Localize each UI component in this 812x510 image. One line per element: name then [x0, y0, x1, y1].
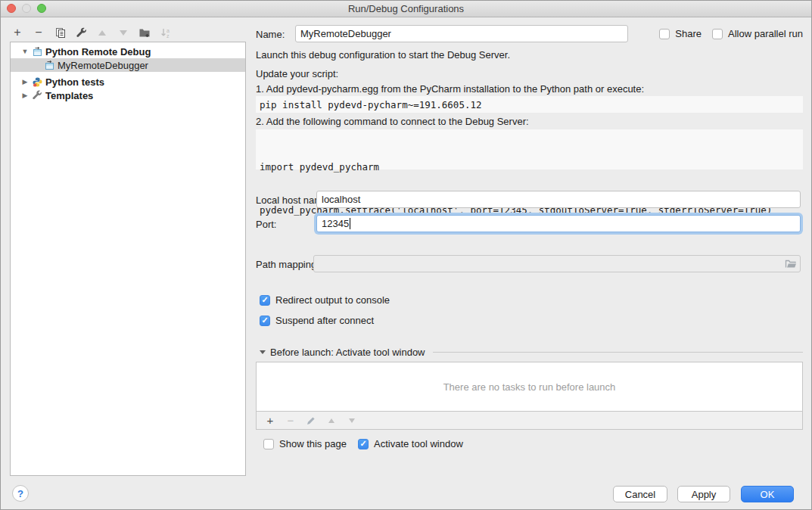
activate-tool-window-checkbox-box[interactable]: ✓	[358, 439, 369, 449]
tree-item-label: Python Remote Debug	[45, 46, 151, 58]
step2-text: 2. Add the following command to connect …	[256, 116, 529, 127]
configurations-tree: ▼ Python Remote Debug MyRemoteDebugger	[10, 42, 246, 476]
redirect-output-checkbox[interactable]: ✓ Redirect output to console	[260, 294, 390, 306]
remove-configuration-button[interactable]: −	[33, 26, 45, 39]
tree-item-label: MyRemoteDebugger	[58, 60, 148, 71]
tree-item-label: Python tests	[45, 76, 104, 88]
svg-text:z: z	[166, 33, 170, 39]
share-checkbox-box[interactable]	[659, 29, 670, 39]
description-text: Launch this debug configuration to start…	[256, 49, 510, 61]
name-input[interactable]	[295, 25, 628, 42]
move-task-up-icon	[325, 415, 338, 427]
redirect-output-label: Redirect output to console	[275, 294, 390, 306]
ok-button[interactable]: OK	[741, 486, 794, 502]
python-icon	[32, 76, 42, 87]
run-config-icon	[32, 46, 42, 57]
suspend-after-connect-label: Suspend after connect	[275, 315, 374, 326]
edit-task-icon	[305, 415, 317, 427]
configuration-form: Name: Share Allow parallel run Launch th…	[256, 1, 803, 510]
tree-item-python-remote-debug[interactable]: ▼ Python Remote Debug	[11, 45, 245, 58]
port-input-wrapper	[316, 215, 801, 232]
settrace-code: import pydevd_pycharm pydevd_pycharm.set…	[256, 129, 803, 169]
activate-tool-window-checkbox[interactable]: ✓ Activate tool window	[358, 438, 463, 449]
browse-folder-icon[interactable]	[785, 259, 797, 269]
before-launch-header[interactable]: Before launch: Activate tool window	[260, 347, 803, 358]
tree-item-label: Templates	[45, 90, 93, 101]
step1-text: 1. Add pydevd-pycharm.egg from the PyCha…	[256, 83, 644, 95]
cancel-button[interactable]: Cancel	[613, 486, 667, 502]
pip-install-code: pip install pydevd-pycharm~=191.6605.12	[256, 96, 803, 113]
move-task-down-icon	[346, 415, 358, 427]
activate-tool-window-label: Activate tool window	[374, 438, 463, 449]
before-launch-task-list[interactable]: There are no tasks to run before launch	[256, 362, 803, 412]
help-button[interactable]: ?	[12, 485, 29, 502]
share-checkbox[interactable]: Share	[659, 28, 702, 39]
update-script-text: Update your script:	[256, 68, 338, 79]
expand-arrow-icon[interactable]: ▶	[21, 92, 29, 99]
move-up-icon	[96, 26, 108, 39]
tree-item-myremotedebugger[interactable]: MyRemoteDebugger	[11, 58, 245, 72]
local-host-name-input[interactable]	[316, 191, 801, 208]
apply-button[interactable]: Apply	[677, 486, 730, 502]
show-this-page-label: Show this page	[279, 438, 347, 449]
collapse-arrow-icon[interactable]: ▼	[21, 48, 29, 55]
tree-item-templates[interactable]: ▶ Templates	[11, 89, 245, 102]
collapse-section-icon[interactable]	[260, 350, 266, 354]
show-this-page-checkbox-box[interactable]	[263, 439, 274, 449]
allow-parallel-run-label: Allow parallel run	[728, 28, 803, 39]
redirect-output-checkbox-box[interactable]: ✓	[260, 295, 270, 306]
name-label: Name:	[256, 29, 285, 40]
configurations-toolbar: + − a z	[11, 23, 172, 42]
port-label: Port:	[256, 219, 276, 230]
suspend-after-connect-checkbox[interactable]: ✓ Suspend after connect	[260, 315, 374, 326]
text-caret	[350, 218, 350, 229]
share-label: Share	[675, 28, 702, 39]
add-task-button[interactable]: +	[264, 415, 276, 427]
no-tasks-text: There are no tasks to run before launch	[443, 381, 616, 393]
section-rule	[433, 352, 803, 353]
show-this-page-checkbox[interactable]: Show this page	[263, 438, 347, 449]
suspend-after-connect-checkbox-box[interactable]: ✓	[260, 316, 270, 326]
svg-text:a: a	[166, 27, 170, 33]
top-checkbox-group: Share Allow parallel run	[659, 28, 803, 39]
copy-configuration-icon[interactable]	[54, 26, 66, 39]
expand-arrow-icon[interactable]: ▶	[21, 78, 29, 86]
move-down-icon	[117, 26, 129, 39]
task-list-toolbar: + −	[256, 412, 803, 430]
before-launch-title: Before launch: Activate tool window	[270, 347, 425, 358]
path-mappings-field[interactable]	[313, 255, 801, 272]
add-configuration-button[interactable]: +	[11, 26, 23, 39]
settrace-code-line1: import pydevd_pycharm	[260, 160, 799, 174]
wrench-icon	[32, 90, 42, 101]
port-input[interactable]	[316, 215, 801, 232]
sort-alphabetically-icon: a z	[160, 26, 172, 39]
tree-item-python-tests[interactable]: ▶ Python tests	[11, 75, 245, 89]
new-folder-icon[interactable]	[138, 26, 151, 39]
edit-templates-icon[interactable]	[75, 26, 87, 39]
allow-parallel-run-checkbox[interactable]: Allow parallel run	[712, 28, 803, 39]
run-config-icon	[44, 60, 54, 70]
run-debug-configurations-dialog: Run/Debug Configurations + −	[0, 0, 812, 510]
allow-parallel-run-checkbox-box[interactable]	[712, 29, 723, 39]
remove-task-button: −	[285, 415, 297, 427]
